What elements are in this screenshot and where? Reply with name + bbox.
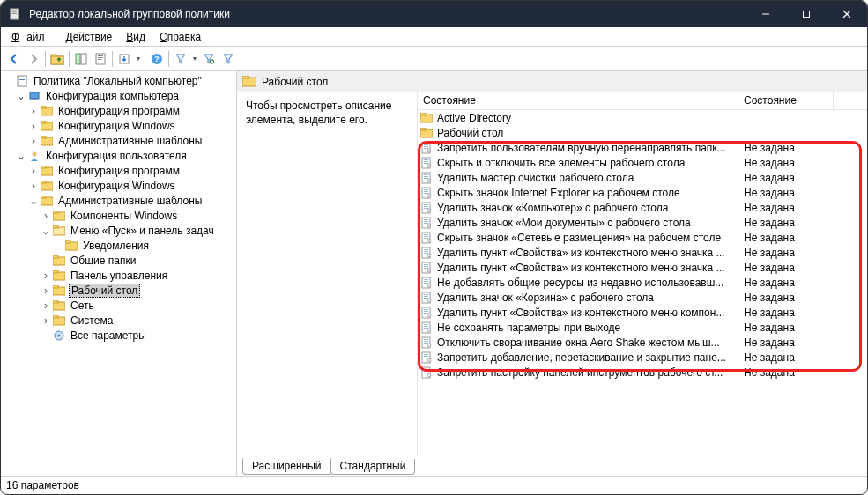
- filter-button[interactable]: [171, 49, 190, 69]
- svg-rect-36: [41, 181, 46, 183]
- list-pane[interactable]: Состояние Состояние Active DirectoryРабо…: [417, 92, 867, 456]
- expand-icon[interactable]: ›: [40, 315, 52, 326]
- collapse-icon[interactable]: ⌄: [40, 225, 52, 236]
- column-headers[interactable]: Состояние Состояние: [418, 92, 867, 110]
- list-item-state: Не задана: [738, 232, 834, 244]
- expand-icon[interactable]: ›: [27, 106, 40, 116]
- tree-item[interactable]: ›Административные шаблоны: [3, 133, 236, 148]
- properties-button[interactable]: [91, 49, 110, 69]
- forward-button[interactable]: [24, 49, 43, 69]
- filter-dropdown[interactable]: ▾: [190, 55, 199, 63]
- collapse-icon[interactable]: ⌄: [27, 196, 40, 206]
- export-dropdown[interactable]: ▾: [134, 55, 143, 63]
- show-hide-tree-button[interactable]: [71, 49, 91, 69]
- tree-adm-templates[interactable]: ⌄Административные шаблоны: [3, 193, 236, 208]
- list-item[interactable]: Удалить пункт «Свойства» из контекстного…: [418, 245, 867, 260]
- expand-icon[interactable]: ›: [27, 136, 40, 146]
- tree-item[interactable]: ›Панель управления: [3, 268, 236, 283]
- svg-rect-115: [424, 296, 428, 297]
- list-folder[interactable]: Active Directory: [418, 110, 867, 125]
- svg-point-87: [427, 209, 431, 212]
- menu-file[interactable]: Файл: [4, 29, 59, 45]
- tree-item[interactable]: ›Конфигурация Windows: [3, 178, 236, 193]
- list-item-label: Запретить пользователям вручную перенапр…: [437, 142, 738, 154]
- list-item[interactable]: Удалить пункт «Свойства» из контекстного…: [418, 305, 867, 320]
- close-button[interactable]: [827, 1, 867, 27]
- tree-item[interactable]: Все параметры: [3, 328, 236, 343]
- expand-icon[interactable]: ›: [40, 211, 52, 221]
- col-state[interactable]: Состояние: [738, 92, 834, 109]
- folder-icon: [64, 239, 78, 253]
- up-button[interactable]: [48, 49, 67, 69]
- list-item[interactable]: Отключить сворачивание окна Aero Shake ж…: [418, 335, 867, 350]
- tree-item[interactable]: ›Компоненты Windows: [3, 208, 236, 223]
- separator: [112, 51, 113, 67]
- tree-item[interactable]: ›Сеть: [3, 298, 236, 313]
- list-item[interactable]: Скрыть значок Internet Explorer на рабоч…: [418, 185, 867, 200]
- expand-icon[interactable]: ›: [27, 181, 40, 191]
- svg-rect-105: [424, 266, 428, 267]
- list-item-label: Рабочий стол: [437, 127, 738, 139]
- svg-point-137: [427, 358, 431, 362]
- tree-item[interactable]: Общие папки: [3, 253, 236, 268]
- list-item[interactable]: Удалить значок «Компьютер» с рабочего ст…: [418, 200, 867, 215]
- folder-icon: [52, 209, 66, 223]
- list-item-state: Не задана: [738, 336, 834, 349]
- list-item[interactable]: Запретить добавление, перетаскивание и з…: [418, 350, 867, 365]
- back-button[interactable]: [4, 49, 24, 69]
- svg-rect-106: [424, 268, 428, 269]
- menu-action[interactable]: Действие: [59, 29, 120, 45]
- list-item-label: Запретить настройку панелей инструментов…: [437, 366, 738, 379]
- tree-item[interactable]: ›Конфигурация программ: [3, 163, 236, 178]
- list-item[interactable]: Удалить мастер очистки рабочего столаНе …: [418, 170, 867, 185]
- svg-rect-60: [420, 113, 426, 115]
- expand-icon[interactable]: ›: [27, 166, 40, 176]
- tree-start-menu[interactable]: ⌄Меню «Пуск» и панель задач: [3, 223, 236, 238]
- col-name[interactable]: Состояние: [418, 92, 738, 109]
- menu-view[interactable]: Вид: [119, 29, 152, 45]
- svg-point-122: [427, 314, 431, 317]
- tree-item[interactable]: ›Конфигурация программ: [3, 103, 236, 118]
- svg-rect-12: [81, 54, 86, 64]
- refilter-button[interactable]: [199, 49, 219, 69]
- filter-options-button[interactable]: [219, 49, 238, 69]
- expand-icon[interactable]: ›: [27, 121, 40, 131]
- tree-desktop[interactable]: ›Рабочий стол: [3, 283, 236, 298]
- maximize-button[interactable]: [786, 1, 827, 27]
- list-item[interactable]: Не сохранять параметры при выходеНе зада…: [418, 320, 867, 335]
- list-folder[interactable]: Рабочий стол: [418, 125, 867, 140]
- collapse-icon[interactable]: ⌄: [15, 91, 27, 101]
- export-button[interactable]: [115, 49, 134, 69]
- list-rows: Active DirectoryРабочий столЗапретить по…: [418, 110, 867, 456]
- tree-pane[interactable]: Политика "Локальный компьютер" ⌄ Конфигу…: [1, 71, 237, 476]
- tree-item[interactable]: Уведомления: [3, 238, 236, 253]
- collapse-icon[interactable]: ⌄: [15, 151, 27, 161]
- minimize-button[interactable]: [746, 1, 786, 27]
- tree-computer-cfg[interactable]: ⌄ Конфигурация компьютера: [3, 88, 236, 103]
- tree-user-cfg[interactable]: ⌄ Конфигурация пользователя: [3, 148, 236, 163]
- list-item[interactable]: Удалить значок «Корзина» с рабочего стол…: [418, 290, 867, 305]
- tab-standard[interactable]: Стандартный: [330, 459, 416, 475]
- tab-extended[interactable]: Расширенный: [242, 458, 331, 475]
- list-item[interactable]: Запретить пользователям вручную перенапр…: [418, 140, 867, 155]
- expand-icon[interactable]: ›: [40, 270, 52, 281]
- list-item[interactable]: Скрыть значок «Сетевые размещения» на ра…: [418, 230, 867, 245]
- svg-rect-90: [424, 221, 428, 222]
- tree-root[interactable]: Политика "Локальный компьютер": [3, 73, 236, 88]
- list-item[interactable]: Запретить настройку панелей инструментов…: [418, 365, 867, 380]
- list-item[interactable]: Не добавлять общие ресурсы из недавно ис…: [418, 275, 867, 290]
- svg-rect-120: [424, 311, 428, 312]
- expand-icon[interactable]: ›: [40, 300, 52, 311]
- tree-item[interactable]: ›Система: [3, 313, 236, 328]
- menu-help[interactable]: Справка: [152, 29, 208, 45]
- svg-rect-64: [424, 144, 428, 145]
- tree-item[interactable]: ›Конфигурация Windows: [3, 118, 236, 133]
- help-button[interactable]: ?: [147, 49, 167, 69]
- policy-icon: [419, 232, 434, 244]
- list-item[interactable]: Скрыть и отключить все элементы рабочего…: [418, 155, 867, 170]
- list-item[interactable]: Удалить пункт «Свойства» из контекстного…: [418, 260, 867, 275]
- svg-rect-104: [424, 264, 428, 265]
- description-pane: Чтобы просмотреть описание элемента, выд…: [237, 92, 417, 456]
- list-item[interactable]: Удалить значок «Мои документы» с рабочег…: [418, 215, 867, 230]
- expand-icon[interactable]: ›: [40, 285, 52, 296]
